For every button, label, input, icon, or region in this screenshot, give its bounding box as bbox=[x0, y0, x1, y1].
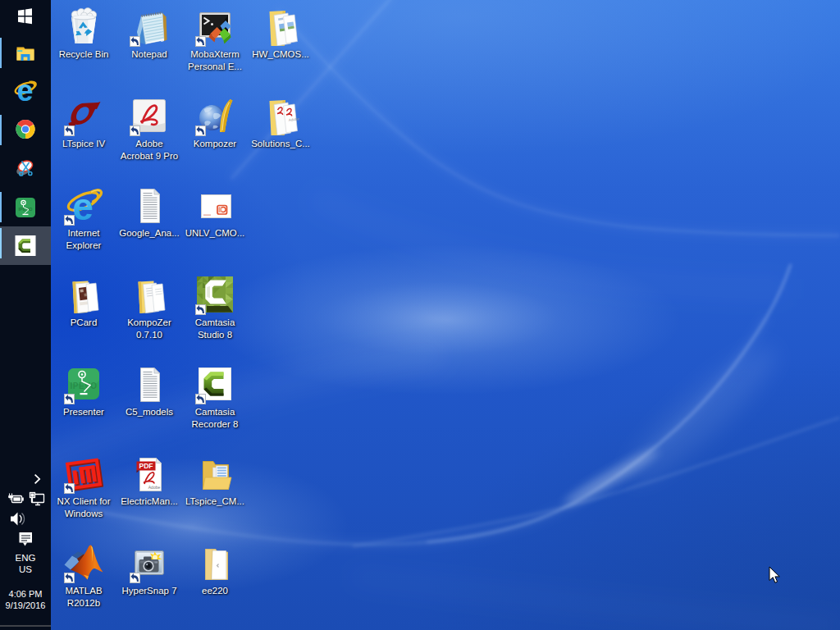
svg-text:PDF: PDF bbox=[139, 462, 153, 470]
svg-text:Adobe: Adobe bbox=[148, 485, 161, 490]
svg-text:e: e bbox=[16, 74, 33, 107]
svg-text:Adobe: Adobe bbox=[288, 116, 299, 122]
svg-text:IPEVO: IPEVO bbox=[19, 207, 34, 212]
